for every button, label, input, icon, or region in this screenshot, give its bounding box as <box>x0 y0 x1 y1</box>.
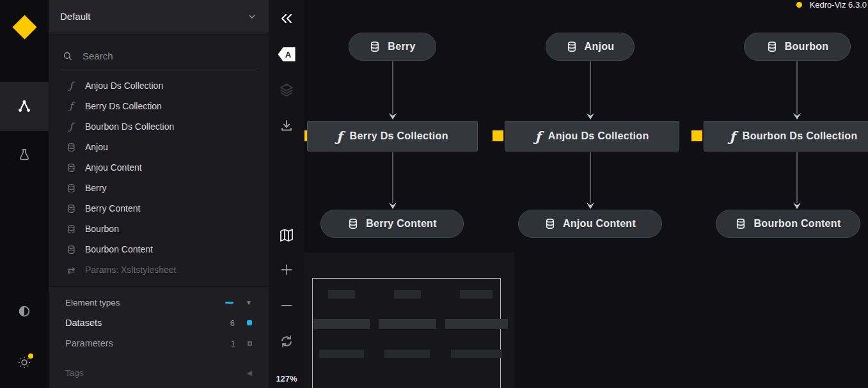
function-icon: ƒ <box>730 128 736 144</box>
pipeline-selector[interactable]: Default <box>49 0 269 33</box>
zoom-out-button[interactable] <box>269 299 304 313</box>
node-dataset[interactable]: Bourbon Content <box>716 210 860 238</box>
list-item-task[interactable]: ƒ Bourbon Ds Collection <box>49 116 269 137</box>
search-icon <box>62 50 74 62</box>
node-label: Bourbon <box>785 41 829 52</box>
settings-notification-dot <box>28 353 33 359</box>
function-icon: ƒ <box>65 81 77 91</box>
filter-row-parameters[interactable]: Parameters 1 <box>65 333 252 353</box>
flowchart-toolbar: A 127% <box>269 0 304 388</box>
list-item-task[interactable]: ƒ Berry Ds Collection <box>49 96 269 116</box>
filter-checkbox-on[interactable] <box>247 320 252 325</box>
node-label: Berry Ds Collection <box>350 130 448 142</box>
function-icon: ƒ <box>535 128 541 144</box>
flowchart-icon <box>16 98 33 115</box>
collapse-sidebar-icon <box>279 11 294 26</box>
minimap-node <box>319 350 364 358</box>
list-item-task[interactable]: ƒ Anjou Ds Collection <box>49 75 269 96</box>
list-item-dataset[interactable]: Bourbon <box>49 219 269 239</box>
list-item-dataset[interactable]: Berry <box>49 178 269 198</box>
toggle-minimap-button[interactable] <box>269 228 304 243</box>
zoom-in-button[interactable] <box>269 263 304 277</box>
label-icon-letter: A <box>285 50 291 59</box>
minimap-node <box>379 319 436 329</box>
node-label: Bourbon Ds Collection <box>743 130 858 142</box>
database-icon <box>65 204 77 213</box>
reset-refresh-icon <box>279 334 294 349</box>
list-item-dataset[interactable]: Anjou Content <box>49 157 269 178</box>
node-label: Berry Content <box>366 218 437 229</box>
node-task[interactable]: ƒ Anjou Ds Collection <box>505 121 679 151</box>
element-types-title: Element types <box>65 298 120 307</box>
chevron-down-icon <box>247 12 257 22</box>
parameter-indicator-square <box>493 130 503 141</box>
filter-indeterminate-indicator[interactable] <box>225 302 233 304</box>
minimap-panel <box>304 252 514 388</box>
function-icon: ƒ <box>65 122 77 132</box>
database-icon <box>65 245 77 254</box>
plus-icon <box>280 263 294 277</box>
primary-nav-rail <box>0 0 49 388</box>
search-input[interactable] <box>81 50 256 62</box>
database-icon <box>369 41 381 52</box>
list-item-dataset[interactable]: Anjou <box>49 137 269 157</box>
node-label: Berry <box>388 41 415 52</box>
element-filters-panel: Element types ▼ Datasets 6 Parameters 1 … <box>49 286 269 388</box>
toggle-labels-icon: A <box>278 47 296 61</box>
nav-settings[interactable] <box>0 345 49 380</box>
list-item-dataset[interactable]: Berry Content <box>49 198 269 219</box>
node-dataset[interactable]: Berry <box>349 33 436 61</box>
sidebar: Default ƒ Anjou Ds Collection ƒ Berry Ds… <box>49 0 269 388</box>
filter-count: 1 <box>231 339 235 348</box>
node-label: Anjou Ds Collection <box>548 130 649 142</box>
filter-checkbox-off[interactable] <box>248 341 252 346</box>
element-types-header[interactable]: Element types ▼ <box>65 292 252 313</box>
nav-theme-toggle[interactable] <box>0 293 49 329</box>
minimap-node <box>445 319 508 329</box>
settings-gear-icon <box>17 355 31 369</box>
collapse-sidebar-button[interactable] <box>269 11 304 26</box>
minus-icon <box>280 299 294 313</box>
filter-row-datasets[interactable]: Datasets 6 <box>65 313 252 333</box>
list-item-parameters[interactable]: ⇄ Params: Xsltstylesheet <box>49 260 269 280</box>
nav-experiments[interactable] <box>0 137 49 173</box>
nav-flowchart[interactable] <box>0 82 49 131</box>
node-dataset[interactable]: Anjou Content <box>518 210 662 238</box>
database-icon <box>566 41 578 52</box>
toggle-layers-button[interactable] <box>269 82 304 98</box>
database-icon <box>65 183 77 193</box>
collapse-triangle-icon[interactable]: ▼ <box>246 299 252 306</box>
minimap-node <box>460 290 493 299</box>
toggle-labels-button[interactable]: A <box>269 47 304 61</box>
node-task[interactable]: ƒ Berry Ds Collection <box>307 121 478 151</box>
flowchart-canvas[interactable]: Kedro-Viz 6.3.0 Berry Anjou Bourbon ƒ <box>304 0 868 388</box>
filter-count: 6 <box>230 318 235 328</box>
node-dataset[interactable]: Berry Content <box>320 210 464 238</box>
node-label: Bourbon Content <box>754 218 840 229</box>
database-icon <box>65 163 77 173</box>
list-item-label: Bourbon Ds Collection <box>85 121 174 132</box>
database-icon <box>65 224 77 234</box>
list-item-label: Anjou <box>85 142 108 152</box>
reset-zoom-button[interactable] <box>269 334 304 349</box>
minimap-node <box>328 290 355 299</box>
tags-header[interactable]: Tags ◀ <box>65 362 252 383</box>
list-item-label: Berry Ds Collection <box>85 101 162 111</box>
database-icon <box>65 143 77 152</box>
list-item-dataset[interactable]: Bourbon Content <box>49 239 269 260</box>
export-button[interactable] <box>269 118 304 134</box>
kedro-logo[interactable] <box>0 10 49 43</box>
minimap-node <box>384 350 430 358</box>
zoom-level-label: 127% <box>269 374 304 384</box>
node-dataset[interactable]: Anjou <box>546 33 635 61</box>
expand-triangle-icon[interactable]: ◀ <box>247 369 252 377</box>
parameter-indicator-square <box>691 130 702 141</box>
minimap-node <box>313 319 370 329</box>
database-icon <box>544 218 556 229</box>
function-icon: ƒ <box>336 128 342 144</box>
node-task[interactable]: ƒ Bourbon Ds Collection <box>704 121 868 151</box>
search-bar <box>61 46 258 70</box>
filter-label: Parameters <box>65 338 113 348</box>
node-dataset[interactable]: Bourbon <box>744 33 851 61</box>
minimap-node <box>394 290 421 299</box>
